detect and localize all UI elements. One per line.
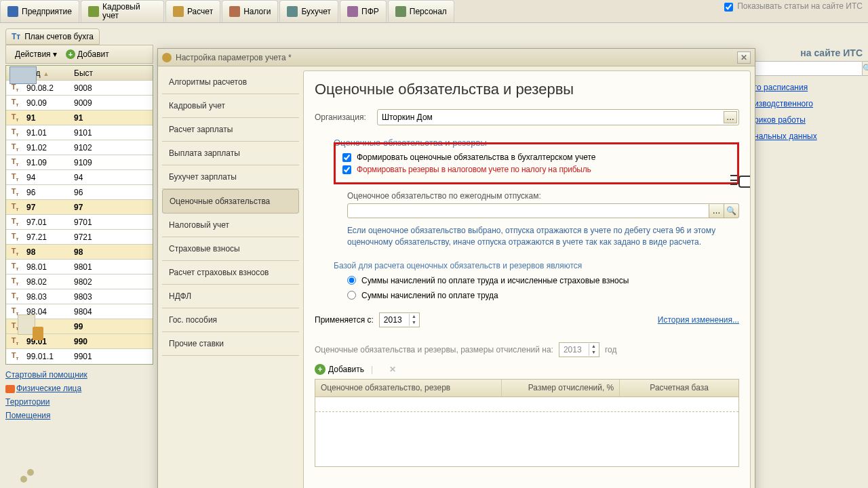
sidenav-item-1[interactable]: Кадровый учет xyxy=(162,94,299,118)
t-icon: Tт xyxy=(12,202,19,212)
radio-accruals-only[interactable] xyxy=(347,291,356,300)
org-picker-button[interactable]: … xyxy=(724,111,737,123)
sidenav-item-3[interactable]: Выплата зарплаты xyxy=(162,142,299,165)
plus-icon: + xyxy=(315,364,326,375)
its-toggle[interactable]: Показывать статьи на сайте ИТС xyxy=(724,1,863,12)
its-checkbox[interactable] xyxy=(724,3,733,12)
top-tab-1[interactable]: Кадровый учет xyxy=(81,0,164,22)
radio-accruals-with-insurance[interactable] xyxy=(347,276,356,285)
sidenav-item-8[interactable]: Расчет страховых взносов xyxy=(162,261,299,285)
actions-button[interactable]: Действия ▾ xyxy=(10,47,62,61)
toolbar: Действия ▾ + Добавит xyxy=(5,45,153,64)
sidenav-item-10[interactable]: Гос. пособия xyxy=(162,308,299,332)
close-button[interactable]: ✕ xyxy=(737,52,751,64)
tab-label: ПФР xyxy=(361,7,379,16)
org-field[interactable]: Шторкин Дом … xyxy=(377,109,739,125)
building-icon xyxy=(9,66,39,96)
page-heading: Оценочные обязательства и резервы xyxy=(315,81,739,98)
cb-tax[interactable] xyxy=(342,165,351,174)
top-tab-3[interactable]: Налоги xyxy=(222,0,278,22)
sidenav-item-5[interactable]: Оценочные обязательства xyxy=(162,189,299,214)
rlink-3[interactable]: нальных данных xyxy=(754,131,863,141)
history-link[interactable]: История изменения... xyxy=(658,315,739,325)
cb-accounting-label: Формировать оценочные обязательства в бу… xyxy=(357,152,596,162)
table-row[interactable]: Tт98.039803 xyxy=(6,289,153,304)
top-tab-4[interactable]: Бухучет xyxy=(279,0,338,22)
highlight-box: Формировать оценочные обязательства в бу… xyxy=(334,142,739,184)
vacation-field[interactable] xyxy=(347,203,709,218)
table-row[interactable]: Tт97.219721 xyxy=(6,230,153,245)
add-button[interactable]: + Добавит xyxy=(66,49,109,59)
sidenav-item-6[interactable]: Налоговый учет xyxy=(162,214,299,237)
t-icon: Tт xyxy=(12,232,19,242)
tab-label: Расчет xyxy=(187,7,213,16)
pointer-icon xyxy=(738,173,751,192)
tab-icon xyxy=(88,6,99,17)
its-search-input[interactable] xyxy=(754,61,863,76)
applied-year-stepper[interactable]: 2013 ▲▼ xyxy=(379,312,420,327)
vacation-label: Оценочное обязательство по ежегодным отп… xyxy=(347,191,739,201)
table-row[interactable]: Tт9494 xyxy=(6,170,153,185)
sidenav-item-0[interactable]: Алгоритмы расчетов xyxy=(162,70,299,94)
table-row[interactable]: Tт91.029102 xyxy=(6,140,153,155)
sizes-label: Оценочные обязательства и резервы, разме… xyxy=(315,345,553,354)
bottom-links: Стартовый помощник Физические лица Терри… xyxy=(5,370,153,420)
vacation-search-button[interactable]: 🔍 xyxy=(724,203,739,218)
table-row[interactable]: Tт91.099109 xyxy=(6,155,153,170)
table-row[interactable]: Tт97.019701 xyxy=(6,215,153,230)
rlink-0[interactable]: го расписания xyxy=(754,83,863,92)
table-row[interactable]: Tт99.01.19901 xyxy=(6,349,153,364)
t-icon: Tт xyxy=(12,142,19,152)
th-base: Расчетная база xyxy=(620,380,738,396)
table-row[interactable]: Tт9898 xyxy=(6,245,153,260)
table-row[interactable]: Tт90.099009 xyxy=(6,96,153,110)
gear-icon xyxy=(162,53,172,62)
top-tab-6[interactable]: Персонал xyxy=(388,0,454,22)
link-territories[interactable]: Территории xyxy=(5,397,153,407)
vacation-picker-button[interactable]: … xyxy=(709,203,724,218)
t-icon: Tт xyxy=(12,291,19,302)
link-rooms[interactable]: Помещения xyxy=(5,411,153,420)
t-icon: Tт xyxy=(12,32,20,41)
add-row-button[interactable]: Добавить xyxy=(328,365,364,374)
link-individuals[interactable]: Физические лица xyxy=(5,384,153,393)
top-tab-5[interactable]: ПФР xyxy=(340,0,387,22)
sizes-year-stepper[interactable]: 2013 ▲▼ xyxy=(559,342,599,357)
tab-label: Кадровый учет xyxy=(102,3,157,20)
rlink-2[interactable]: риков работы xyxy=(754,115,863,125)
settings-dialog: Настройка параметров учета * ✕ Алгоритмы… xyxy=(157,48,755,488)
radio1-label: Суммы начислений по оплате труда и исчис… xyxy=(361,276,629,285)
link-start-helper[interactable]: Стартовый помощник xyxy=(5,370,153,380)
top-tab-2[interactable]: Расчет xyxy=(165,0,220,22)
sidenav-item-7[interactable]: Страховые взносы xyxy=(162,237,299,261)
sizes-year-value: 2013 xyxy=(564,345,582,354)
cb-accounting[interactable] xyxy=(342,153,351,162)
t-icon: Tт xyxy=(12,351,19,361)
rlink-1[interactable]: изводственного xyxy=(754,99,863,108)
plan-tab-label: План счетов бухга xyxy=(24,32,94,41)
top-tab-0[interactable]: Предприятие xyxy=(0,0,79,22)
table-row[interactable]: Tт98.019801 xyxy=(6,260,153,274)
its-search-button[interactable]: 🔍 xyxy=(863,61,868,76)
org-label: Организация: xyxy=(315,113,377,122)
delete-row-button[interactable]: ✕ xyxy=(389,365,396,374)
sort-icon: ▲ xyxy=(43,70,49,77)
tab-icon xyxy=(347,6,358,17)
table-row[interactable]: Tт98.029802 xyxy=(6,274,153,289)
sidenav-item-11[interactable]: Прочие ставки xyxy=(162,332,299,356)
plan-tab[interactable]: Tт План счетов бухга xyxy=(5,28,100,45)
table-row[interactable]: Tт9696 xyxy=(6,185,153,200)
add-label: Добавит xyxy=(77,49,109,59)
t-icon: Tт xyxy=(12,127,19,138)
col-fast: Быст xyxy=(73,68,100,78)
table-row[interactable]: Tт91.019101 xyxy=(6,125,153,140)
table-row[interactable]: Tт9797 xyxy=(6,200,153,215)
sidenav-item-4[interactable]: Бухучет зарплаты xyxy=(162,165,299,189)
sidenav-item-9[interactable]: НДФЛ xyxy=(162,285,299,308)
table-row[interactable]: Tт9191 xyxy=(6,110,153,125)
sidenav-item-2[interactable]: Расчет зарплаты xyxy=(162,118,299,142)
th-percent: Размер отчислений, % xyxy=(502,380,620,396)
org-value: Шторкин Дом xyxy=(382,113,433,122)
deductions-table[interactable]: Оценочное обязательство, резерв Размер о… xyxy=(315,379,739,467)
t-icon: Tт xyxy=(12,277,19,287)
